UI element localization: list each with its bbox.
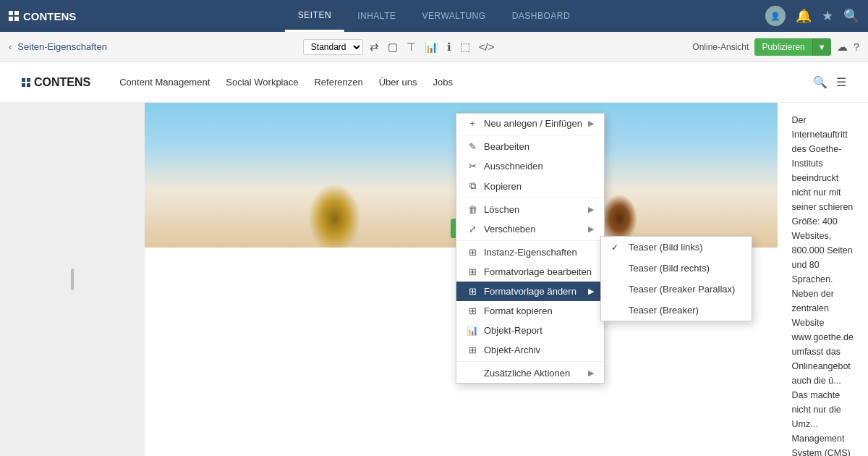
online-ansicht-btn[interactable]: Online-Ansicht [692,42,749,52]
search-icon[interactable]: 🔍 [843,8,859,24]
submenu-label-teaser-bild-rechts: Teaser (Bild rechts) [629,263,710,274]
layout-icon[interactable]: ▢ [386,38,400,56]
website-preview: CONTENS Content Management Social Workpl… [0,62,868,456]
brand-logo[interactable]: CONTENS [9,10,76,22]
brand-grid-icon [9,11,19,21]
avatar[interactable]: 👤 [765,6,786,26]
publish-group: Publizieren ▼ [754,38,830,56]
menu-label-neu: Neu anlegen / Einfügen [484,118,582,129]
menu-arrow-loeschen: ▶ [588,205,594,214]
menu-item-zusaetzliche-aktionen[interactable]: Zusätzliche Aktionen ▶ [456,363,604,383]
menu-icon-instanz: ⊞ [467,247,478,258]
standard-select[interactable]: Standard [303,39,363,55]
menu-icon-kopieren: ⧉ [467,180,478,192]
content-area: CONTENS Content Management Social Workpl… [0,62,868,456]
submenu-label-teaser-breaker-parallax: Teaser (Breaker Parallax) [629,284,735,295]
menu-item-ausschneiden[interactable]: ✂ Ausschneiden [456,156,604,176]
menu-icon-format-kopieren: ⊞ [467,305,478,316]
menu-item-objekt-archiv[interactable]: ⊞ Objekt-Archiv [456,340,604,360]
menu-label-verschieben: Verschieben [484,224,536,235]
main-tabs: SEITEN INHALTE VERWALTUNG DASHBOARD [285,0,583,32]
submenu-item-teaser-bild-links[interactable]: ✓ Teaser (Bild links) [601,237,752,258]
menu-icon-formatvorlage-aendern: ⊞ [467,286,478,297]
menu-arrow-neu: ▶ [588,119,594,128]
translate-icon[interactable]: ⇄ [367,38,381,56]
menu-label-zusaetzliche-aktionen: Zusätzliche Aktionen [484,368,570,379]
submenu-label-teaser-breaker: Teaser (Breaker) [629,305,699,316]
menu-label-formatvorlage-bearbeiten: Formatvorlage bearbeiten [484,266,592,277]
menu-label-objekt-report: Objekt-Report [484,325,542,336]
notification-icon[interactable]: 🔔 [796,8,812,24]
menu-icon-ausschneiden: ✂ [467,161,478,172]
check-icon-teaser-bild-links: ✓ [611,242,623,253]
menu-arrow-formatvorlage-aendern: ▶ [588,287,594,296]
submenu-item-teaser-bild-rechts[interactable]: ✓ Teaser (Bild rechts) [601,258,752,279]
back-arrow-icon[interactable]: ‹ [9,41,12,52]
menu-item-format-kopieren[interactable]: ⊞ Format kopieren [456,301,604,321]
submenu-item-teaser-breaker-parallax[interactable]: ✓ Teaser (Breaker Parallax) [601,279,752,300]
menu-arrow-zusaetzliche-aktionen: ▶ [588,368,594,378]
toolbar-left: ‹ Seiten-Eigenschaften [9,41,107,52]
menu-label-instanz: Instanz-Eigenschaften [484,247,577,258]
menu-label-objekt-archiv: Objekt-Archiv [484,345,540,355]
toolbar-right: Online-Ansicht Publizieren ▼ ☁ ? [692,38,859,56]
tab-seiten[interactable]: SEITEN [285,0,344,32]
star-icon[interactable]: ★ [822,8,833,24]
brand-name: CONTENS [23,10,76,22]
context-menu-overlay: + Neu anlegen / Einfügen ▶ ✎ Bearbeiten … [0,62,868,456]
info-icon[interactable]: ℹ [445,38,454,56]
menu-label-ausschneiden: Ausschneiden [484,161,543,172]
menu-item-objekt-report[interactable]: 📊 Objekt-Report [456,321,604,340]
tab-inhalte[interactable]: INHALTE [344,0,409,32]
menu-item-kopieren[interactable]: ⧉ Kopieren [456,176,604,196]
menu-divider-2 [456,198,604,198]
toolbar: ‹ Seiten-Eigenschaften Standard ⇄ ▢ ⊤ 📊 … [0,32,868,62]
menu-label-loeschen: Löschen [484,204,519,215]
menu-icon-neu: + [467,118,478,129]
publish-dropdown-btn[interactable]: ▼ [812,38,831,56]
menu-label-format-kopieren: Format kopieren [484,305,553,316]
publish-button[interactable]: Publizieren [754,38,812,56]
submenu-item-teaser-breaker[interactable]: ✓ Teaser (Breaker) [601,300,752,321]
menu-icon-formatvorlage-bearbeiten: ⊞ [467,266,478,277]
menu-divider-1 [456,135,604,135]
breadcrumb[interactable]: Seiten-Eigenschaften [17,41,107,52]
menu-label-bearbeiten: Bearbeiten [484,141,529,152]
menu-item-formatvorlage-aendern[interactable]: ⊞ Formatvorlage ändern ▶ [456,282,604,301]
code-icon[interactable]: </> [477,38,497,55]
menu-label-kopieren: Kopieren [484,181,522,192]
menu-icon-loeschen: 🗑 [467,204,478,215]
menu-icon-verschieben: ⤢ [467,224,478,235]
top-nav-right: 👤 🔔 ★ 🔍 [765,6,859,26]
menu-arrow-verschieben: ▶ [588,224,594,234]
chart-icon[interactable]: 📊 [422,38,441,56]
menu-item-verschieben[interactable]: ⤢ Verschieben ▶ [456,219,604,239]
context-menu: + Neu anlegen / Einfügen ▶ ✎ Bearbeiten … [456,113,605,384]
tab-dashboard[interactable]: DASHBOARD [499,0,584,32]
menu-item-instanz[interactable]: ⊞ Instanz-Eigenschaften [456,242,604,262]
tab-verwaltung[interactable]: VERWALTUNG [409,0,499,32]
menu-item-loeschen[interactable]: 🗑 Löschen ▶ [456,200,604,219]
menu-item-neu[interactable]: + Neu anlegen / Einfügen ▶ [456,114,604,133]
filter-icon[interactable]: ⊤ [404,38,418,56]
menu-divider-4 [456,361,604,362]
help-icon[interactable]: ? [854,41,859,53]
grid-select-icon[interactable]: ⬚ [458,38,472,56]
menu-icon-objekt-archiv: ⊞ [467,345,478,355]
submenu-label-teaser-bild-links: Teaser (Bild links) [629,242,703,253]
top-navigation: CONTENS SEITEN INHALTE VERWALTUNG DASHBO… [0,0,868,32]
menu-icon-bearbeiten: ✎ [467,141,478,152]
menu-item-formatvorlage-bearbeiten[interactable]: ⊞ Formatvorlage bearbeiten [456,262,604,282]
menu-label-formatvorlage-aendern: Formatvorlage ändern [484,286,576,297]
menu-icon-objekt-report: 📊 [467,325,478,336]
menu-divider-3 [456,240,604,241]
sub-menu-formatvorlage: ✓ Teaser (Bild links) ✓ Teaser (Bild rec… [600,236,752,321]
menu-item-bearbeiten[interactable]: ✎ Bearbeiten [456,137,604,156]
cloud-icon[interactable]: ☁ [837,41,848,54]
toolbar-center: Standard ⇄ ▢ ⊤ 📊 ℹ ⬚ </> [303,38,497,56]
